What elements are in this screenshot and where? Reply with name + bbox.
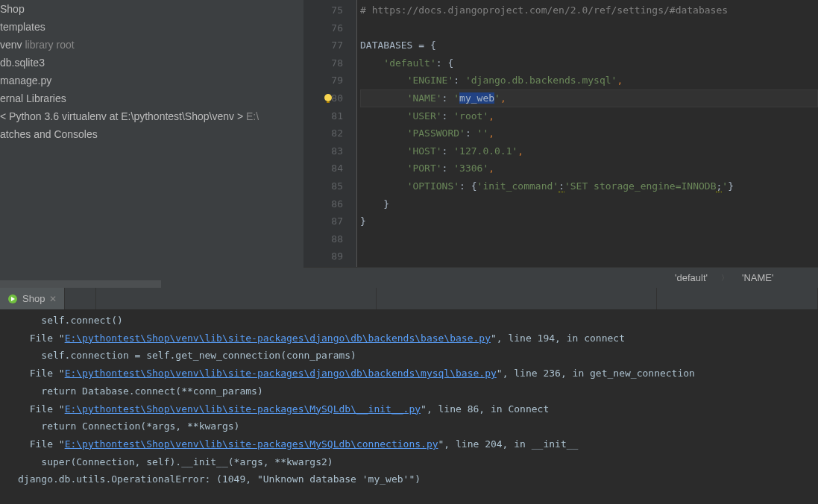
chevron-right-icon: 〉 [721, 273, 729, 283]
line-number: 81 [303, 107, 343, 125]
code-line[interactable]: 'USER': 'root', [360, 107, 818, 125]
line-number: 86 [303, 195, 343, 213]
code-line[interactable] [360, 230, 818, 248]
tree-item[interactable]: ernal Libraries [0, 89, 303, 107]
line-number: 89 [303, 248, 343, 265]
code-editor[interactable]: 757677787980818283848586878889 # https:/… [303, 0, 818, 288]
tree-item[interactable]: db.sqlite3 [0, 54, 303, 72]
console-line: return Connection(*args, **kwargs) [18, 418, 818, 435]
run-console-output[interactable]: self.connect() File "E:\pythontest\Shop\… [0, 310, 818, 504]
run-tool-tabbar[interactable]: Shop ✕ [0, 288, 818, 310]
console-line: File "E:\pythontest\Shop\venv\lib\site-p… [18, 365, 818, 382]
code-line[interactable]: 'PASSWORD': '', [360, 125, 818, 142]
line-number: 75 [303, 1, 343, 19]
tree-item[interactable]: Shop [0, 0, 303, 18]
console-line: File "E:\pythontest\Shop\venv\lib\site-p… [18, 435, 818, 453]
line-number: 85 [303, 177, 343, 195]
code-line[interactable]: 'NAME': 'my_web', [360, 89, 818, 107]
code-line[interactable]: } [360, 212, 818, 230]
line-number: 87 [303, 212, 343, 230]
editor-breadcrumb[interactable]: 'default' 〉 'NAME' [303, 267, 818, 288]
code-line[interactable] [360, 248, 818, 265]
line-number: 78 [303, 54, 343, 72]
breadcrumb-item[interactable]: 'default' [675, 272, 708, 283]
tree-item[interactable]: venv library root [0, 36, 303, 54]
code-line[interactable]: 'OPTIONS': {'init_command':'SET storage_… [360, 177, 818, 195]
sidebar-horizontal-scrollbar[interactable] [0, 280, 161, 288]
run-tab-label: Shop [22, 293, 45, 304]
line-number: 76 [303, 19, 343, 37]
console-line: File "E:\pythontest\Shop\venv\lib\site-p… [18, 330, 818, 347]
intention-bulb-icon[interactable] [323, 92, 333, 102]
run-tab-shop[interactable]: Shop ✕ [0, 288, 65, 309]
code-line[interactable]: 'PORT': '3306', [360, 160, 818, 177]
code-line[interactable]: DATABASES = { [360, 37, 818, 54]
console-line: self.connect() [18, 312, 818, 330]
line-number: 82 [303, 125, 343, 142]
code-line[interactable]: # https://docs.djangoproject.com/en/2.0/… [360, 1, 818, 19]
tree-item[interactable]: manage.py [0, 72, 303, 89]
console-line: super(Connection, self).__init__(*args, … [18, 453, 818, 471]
traceback-file-link[interactable]: E:\pythontest\Shop\venv\lib\site-package… [65, 403, 421, 415]
traceback-file-link[interactable]: E:\pythontest\Shop\venv\lib\site-package… [65, 333, 491, 344]
console-line: self.connection = self.get_new_connectio… [18, 347, 818, 365]
code-line[interactable]: 'ENGINE': 'django.db.backends.mysql', [360, 72, 818, 89]
console-line: File "E:\pythontest\Shop\venv\lib\site-p… [18, 400, 818, 418]
editor-code[interactable]: # https://docs.djangoproject.com/en/2.0/… [357, 0, 818, 267]
tree-item[interactable]: templates [0, 18, 303, 36]
code-line[interactable]: 'default': { [360, 54, 818, 72]
code-line[interactable] [360, 19, 818, 37]
svg-point-0 [324, 94, 332, 101]
line-number: 88 [303, 230, 343, 248]
code-line[interactable]: 'HOST': '127.0.0.1', [360, 142, 818, 160]
traceback-file-link[interactable]: E:\pythontest\Shop\venv\lib\site-package… [65, 368, 497, 379]
tree-item[interactable]: atches and Consoles [0, 125, 303, 143]
code-line[interactable]: } [360, 195, 818, 213]
line-number: 79 [303, 72, 343, 89]
console-line: django.db.utils.OperationalError: (1049,… [18, 470, 818, 488]
line-number: 84 [303, 160, 343, 177]
python-icon [7, 294, 18, 304]
breadcrumb-item[interactable]: 'NAME' [742, 272, 774, 283]
line-number: 83 [303, 142, 343, 160]
close-icon[interactable]: ✕ [49, 294, 57, 304]
project-tree[interactable]: Shoptemplatesvenv library rootdb.sqlite3… [0, 0, 303, 288]
tree-item[interactable]: < Python 3.6 virtualenv at E:\pythontest… [0, 107, 303, 125]
console-line: return Database.connect(**conn_params) [18, 382, 818, 400]
editor-gutter: 757677787980818283848586878889 [303, 0, 357, 267]
svg-rect-1 [327, 101, 330, 103]
traceback-file-link[interactable]: E:\pythontest\Shop\venv\lib\site-package… [65, 438, 438, 450]
line-number: 77 [303, 37, 343, 54]
